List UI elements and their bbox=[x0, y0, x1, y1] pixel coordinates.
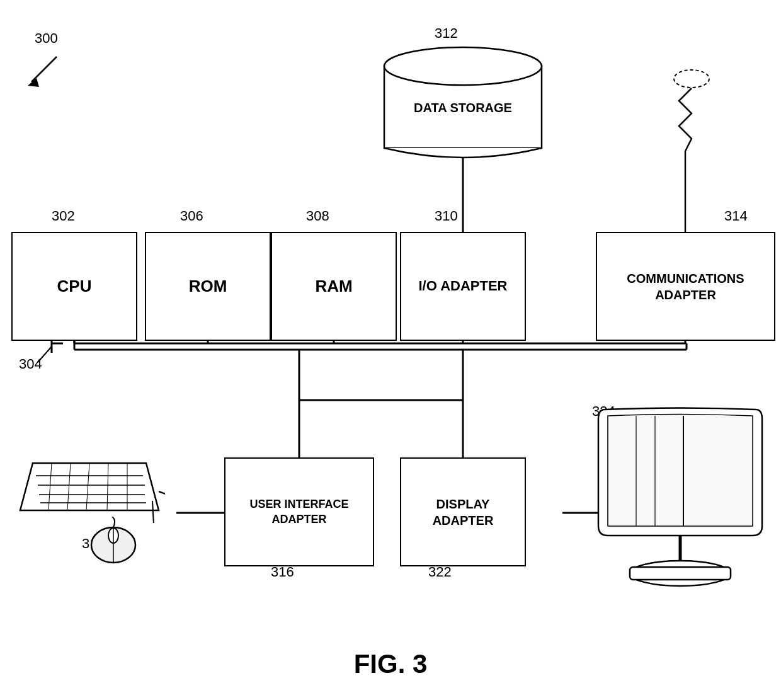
svg-text:DATA STORAGE: DATA STORAGE bbox=[414, 101, 512, 115]
ref-306-label: 306 bbox=[180, 208, 203, 224]
mouse-svg bbox=[82, 517, 145, 567]
ref-302-label: 302 bbox=[52, 208, 75, 224]
diagram-container: 300 302 304 306 308 310 312 314 316 318 … bbox=[0, 0, 781, 700]
svg-line-36 bbox=[159, 491, 165, 501]
cpu-box: CPU bbox=[11, 232, 137, 341]
ref-308-label: 308 bbox=[306, 208, 329, 224]
comm-adapter-box: COMMUNICATIONSADAPTER bbox=[596, 232, 775, 341]
figure-label: FIG. 3 bbox=[302, 649, 479, 679]
display-adapter-box: DISPLAYADAPTER bbox=[400, 457, 526, 566]
io-adapter-box: I/O ADAPTER bbox=[400, 232, 526, 341]
svg-marker-19 bbox=[28, 78, 39, 87]
data-storage-svg: DATA STORAGE bbox=[378, 32, 548, 170]
monitor-svg bbox=[586, 403, 775, 599]
svg-point-24 bbox=[384, 47, 542, 85]
keyboard-svg bbox=[14, 454, 165, 523]
ref-304-label: 304 bbox=[19, 356, 42, 372]
rom-box: ROM bbox=[145, 232, 271, 341]
ref-314-label: 314 bbox=[724, 208, 748, 224]
svg-line-18 bbox=[31, 57, 57, 82]
svg-point-17 bbox=[674, 70, 709, 88]
ref-310-label: 310 bbox=[435, 208, 458, 224]
ui-adapter-box: USER INTERFACEADAPTER bbox=[224, 457, 374, 566]
ref-300-label: 300 bbox=[35, 30, 58, 47]
svg-rect-46 bbox=[630, 567, 731, 580]
ram-box: RAM bbox=[271, 232, 397, 341]
